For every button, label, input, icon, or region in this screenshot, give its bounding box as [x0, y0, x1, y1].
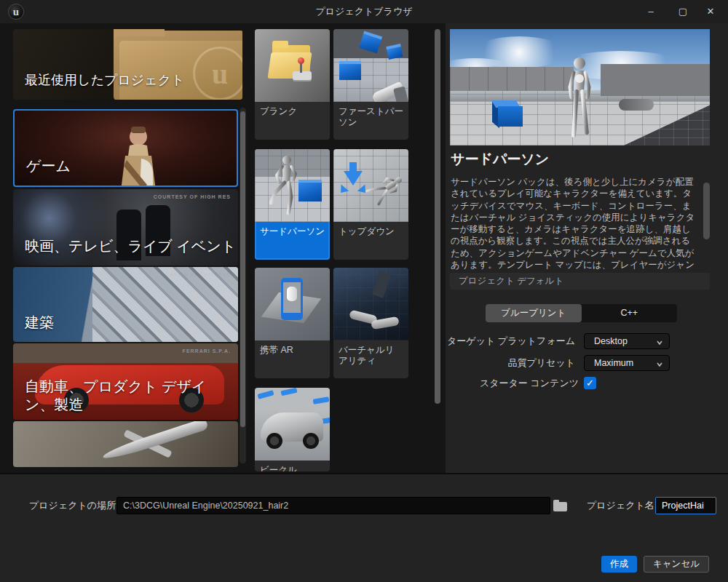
template-scrollbar-thumb[interactable]: [435, 29, 440, 404]
template-detail-title: サードパーソン: [451, 150, 549, 169]
template-label: 携帯 AR: [255, 340, 330, 378]
language-tabs: ブループリント C++: [486, 304, 677, 322]
template-label: ビークル: [255, 461, 330, 471]
title-bar: u プロジェクトブラウザ – ▢ ✕: [0, 0, 728, 23]
project-defaults-header: プロジェクト デフォルト: [450, 273, 710, 290]
category-film-tv-live-events[interactable]: COURTESY OF HIGH RES 映画、テレビ、ライブ イベント: [13, 189, 238, 266]
tab-cpp[interactable]: C++: [582, 304, 678, 322]
create-button[interactable]: 作成: [601, 556, 637, 573]
project-location-input[interactable]: [116, 497, 550, 514]
project-location-label: プロジェクトの場所: [29, 497, 116, 514]
target-platform-label: ターゲット プラットフォーム: [447, 333, 575, 349]
virtual-reality-template-art: [333, 268, 408, 340]
category-scrollbar-thumb[interactable]: [240, 111, 245, 427]
template-label: トップダウン: [333, 222, 408, 260]
category-caption: COURTESY OF HIGH RES: [154, 194, 231, 199]
template-handheld-ar[interactable]: 携帯 AR: [255, 268, 330, 378]
template-blank[interactable]: ブランク: [255, 29, 330, 140]
template-first-person[interactable]: ファーストパーソン: [333, 29, 408, 140]
airplane-art: [101, 421, 209, 463]
category-architecture[interactable]: SAFDIE ARCHITECTS 建築: [13, 267, 238, 342]
target-platform-dropdown[interactable]: Desktop: [584, 333, 670, 349]
unreal-emblem-icon: u: [193, 47, 242, 100]
category-games[interactable]: ゲーム: [13, 109, 238, 187]
quality-preset-label: 品質プリセット: [507, 355, 575, 371]
template-label: ファーストパーソン: [333, 102, 408, 140]
category-caption: FERRARI S.P.A.: [183, 348, 231, 354]
category-simulation-partial[interactable]: [13, 421, 238, 467]
gold-folder-icon: u: [100, 29, 242, 100]
starter-content-label: スターター コンテンツ: [480, 375, 579, 391]
category-label: 映画、テレビ、ライブ イベント: [25, 237, 236, 255]
category-automotive-product-design[interactable]: FERRARI S.P.A. 自動車、プロダクト デザイン、製造: [13, 343, 238, 420]
template-top-down[interactable]: トップダウン: [333, 149, 408, 260]
maximize-button[interactable]: ▢: [670, 0, 696, 23]
blank-template-art: [255, 29, 330, 102]
template-label: バーチャルリアリティ: [333, 340, 408, 378]
cancel-button[interactable]: キャンセル: [644, 556, 709, 573]
template-vehicle[interactable]: ビークル: [255, 388, 330, 471]
preview-cube-art: [498, 106, 523, 127]
template-virtual-reality[interactable]: バーチャルリアリティ: [333, 268, 408, 378]
category-label: ゲーム: [26, 157, 71, 175]
architecture-blocks-art: [92, 267, 238, 342]
vehicle-template-art: [255, 388, 330, 461]
window-title: プロジェクトブラウザ: [0, 0, 728, 23]
browse-folder-icon[interactable]: [553, 500, 569, 513]
starter-content-checkbox[interactable]: ✓: [584, 377, 596, 389]
template-label: サードパーソン: [255, 222, 330, 260]
project-browser-window: u プロジェクトブラウザ – ▢ ✕ u 最近使用したプロジェクト ゲーム CO…: [0, 0, 728, 582]
preview-mannequin-art: [561, 57, 598, 144]
template-description: サードパーソン パックは、後ろ側と少し上にカメラが配置されているプレイ可能なキャ…: [451, 176, 698, 271]
project-name-label: プロジェクト名: [587, 497, 654, 514]
category-label: 建築: [25, 314, 54, 332]
close-button[interactable]: ✕: [697, 0, 724, 23]
footer-divider: [0, 473, 728, 474]
recent-projects-card[interactable]: u 最近使用したプロジェクト: [13, 29, 242, 100]
target-platform-value: Desktop: [594, 336, 628, 346]
minimize-button[interactable]: –: [638, 0, 664, 23]
chevron-down-icon: [657, 340, 662, 346]
top-down-template-art: [333, 149, 408, 222]
preview-cylinder-art: [619, 99, 654, 111]
template-label: ブランク: [255, 102, 330, 140]
quality-preset-dropdown[interactable]: Maximum: [584, 355, 670, 371]
game-character-art: [109, 124, 167, 187]
template-third-person[interactable]: サードパーソン: [255, 149, 330, 260]
handheld-ar-template-art: [255, 268, 330, 340]
category-label: 自動車、プロダクト デザイン、製造: [25, 378, 229, 414]
project-name-input[interactable]: [655, 497, 716, 514]
tab-blueprint[interactable]: ブループリント: [486, 304, 582, 322]
quality-preset-value: Maximum: [594, 358, 633, 368]
template-preview-image: [450, 29, 710, 146]
description-scrollbar-thumb[interactable]: [703, 183, 710, 239]
recent-projects-label: 最近使用したプロジェクト: [25, 72, 184, 89]
first-person-template-art: [333, 29, 408, 102]
third-person-template-art: [255, 149, 330, 222]
chevron-down-icon: [657, 362, 662, 367]
